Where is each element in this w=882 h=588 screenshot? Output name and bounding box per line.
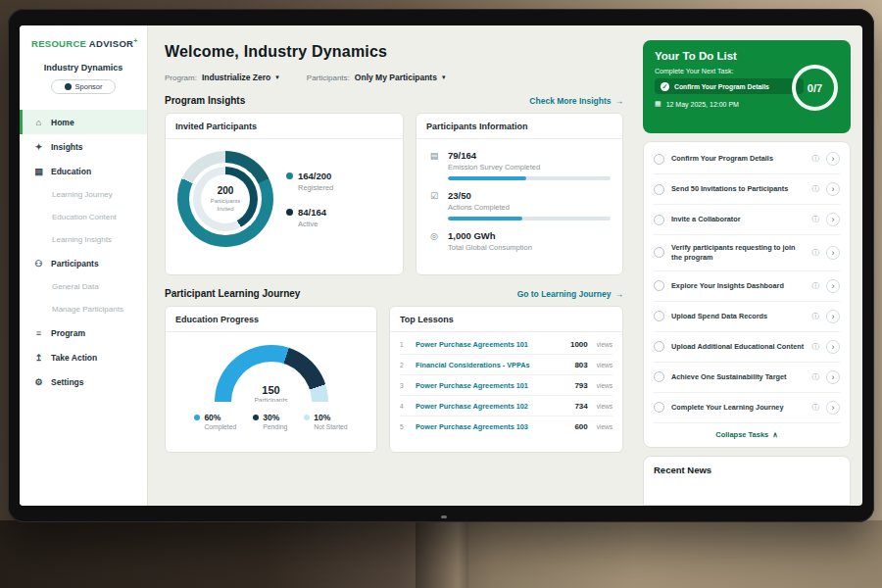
chevron-down-icon: ▾ [442,74,446,81]
task-checkbox[interactable] [654,280,664,291]
card-title: Participants Information [416,114,622,139]
sidebar-item-label: Program [51,328,85,338]
task-row-achieve-target[interactable]: Achieve One Sustainability Target ⓘ › [654,363,840,393]
task-checkbox[interactable] [654,215,664,225]
info-icon[interactable]: ⓘ [812,154,820,164]
info-icon[interactable]: ⓘ [812,281,820,291]
card-title: Education Progress [166,307,376,332]
task-row-upload-spend-data[interactable]: Upload Spend Data Records ⓘ › [654,302,840,332]
legend-dot [253,415,259,420]
task-checkbox[interactable] [654,402,664,413]
info-icon[interactable]: ⓘ [812,403,820,413]
monitor-stand [416,522,468,588]
legend-item-not-started: 10% Not Started [304,413,347,430]
sidebar-item-program[interactable]: ≡ Program [20,320,147,345]
sidebar-item-education[interactable]: ▤ Education [20,159,147,183]
next-task-pill[interactable]: ✓ Confirm Your Program Details [655,78,804,94]
task-row-invite-collaborator[interactable]: Invite a Collaborator ⓘ › [654,205,840,235]
sidebar-item-label: Manage Participants [52,305,123,314]
check-more-insights-link[interactable]: Check More Insights → [529,96,623,106]
power-led [441,515,447,518]
info-icon[interactable]: ⓘ [812,372,820,382]
education-gauge-chart: 150 Participants [215,345,328,402]
home-icon: ⌂ [33,118,44,127]
sidebar-item-participants[interactable]: ⚇ Participants [20,251,147,275]
info-icon[interactable]: ⓘ [812,312,820,321]
program-insights-header: Program Insights Check More Insights → [165,95,623,106]
info-icon[interactable]: ⓘ [812,184,820,194]
lesson-link[interactable]: Power Purchase Agreements 103 [416,422,568,431]
task-checkbox[interactable] [654,311,664,321]
legend-item-active: 84/164 Active [286,207,333,228]
lesson-row: 1 Power Purchase Agreements 101 1000 vie… [400,334,612,355]
insights-icon: ✦ [33,142,44,152]
emission-progress-bar [448,176,611,180]
sidebar-item-label: Take Action [51,353,97,363]
invited-participants-card: Invited Participants 200 Participants In… [165,113,404,275]
program-filter-label: Program: [165,74,197,82]
sidebar-item-label: Learning Journey [52,190,113,199]
info-icon[interactable]: ⓘ [812,215,820,224]
sidebar: RESOURCE ADVISOR+ Industry Dynamics Spon… [20,25,148,506]
task-checkbox[interactable] [654,154,664,165]
chevron-right-icon[interactable]: › [826,182,840,196]
todo-panel: Your To Do List Complete Your Next Task:… [635,25,862,506]
sidebar-item-label: Settings [51,377,84,387]
lesson-link[interactable]: Financial Considerations - VPPAs [416,361,568,369]
monitor: RESOURCE ADVISOR+ Industry Dynamics Spon… [8,9,874,522]
chevron-right-icon[interactable]: › [826,213,840,226]
participants-filter-value: Only My Participants [355,73,437,82]
task-row-complete-learning-journey[interactable]: Complete Your Learning Journey ⓘ › [654,393,840,423]
info-icon[interactable]: ⓘ [812,248,820,258]
task-row-verify-participants[interactable]: Verify participants requesting to join t… [654,235,840,271]
sidebar-item-learning-insights[interactable]: Learning Insights [20,228,147,251]
task-row-explore-insights[interactable]: Explore Your Insights Dashboard ⓘ › [654,271,840,302]
chevron-right-icon[interactable]: › [826,370,840,384]
collapse-tasks-button[interactable]: Collapse Tasks ∧ [654,423,840,445]
calendar-icon: ▦ [655,100,662,108]
card-title: Top Lessons [390,307,622,332]
task-row-confirm-program[interactable]: Confirm Your Program Details ⓘ › [654,144,840,174]
lesson-row: 3 Power Purchase Agreements 101 793 view… [400,375,612,396]
task-checkbox[interactable] [654,184,664,195]
go-to-learning-journey-link[interactable]: Go to Learning Journey → [517,289,623,299]
task-checkbox[interactable] [654,341,664,352]
lesson-link[interactable]: Power Purchase Agreements 101 [416,340,564,349]
sidebar-item-learning-journey[interactable]: Learning Journey [20,183,147,206]
program-icon: ≡ [33,328,44,338]
sidebar-item-label: Education Content [52,213,117,221]
chevron-right-icon[interactable]: › [826,401,840,415]
task-row-send-invitations[interactable]: Send 50 Invitations to Participants ⓘ › [654,174,840,205]
education-legend: 60% Completed 30% Pending 10% [194,413,347,430]
sponsor-icon [65,83,72,90]
chevron-right-icon[interactable]: › [826,340,840,354]
program-filter[interactable]: Program: Industrialize Zero ▾ [165,73,279,82]
lesson-link[interactable]: Power Purchase Agreements 101 [416,381,568,390]
sponsor-label: Sponsor [75,82,103,91]
task-checkbox[interactable] [654,247,664,258]
lesson-link[interactable]: Power Purchase Agreements 102 [416,402,568,411]
sidebar-item-home[interactable]: ⌂ Home [20,110,147,134]
sidebar-item-settings[interactable]: ⚙ Settings [20,369,147,394]
arrow-right-icon: → [615,96,624,106]
legend-item-pending: 30% Pending [253,413,287,430]
chevron-right-icon[interactable]: › [826,310,840,323]
filter-bar: Program: Industrialize Zero ▾ Participan… [165,73,623,82]
sidebar-item-manage-participants[interactable]: Manage Participants [20,298,147,320]
chevron-right-icon[interactable]: › [826,279,840,293]
check-icon: ✓ [661,82,669,91]
participants-filter[interactable]: Participants: Only My Participants ▾ [307,73,446,82]
sidebar-item-general-data[interactable]: General Data [20,275,147,298]
sidebar-item-insights[interactable]: ✦ Insights [20,134,147,159]
info-icon[interactable]: ⓘ [812,342,820,352]
chevron-right-icon[interactable]: › [826,246,840,260]
sidebar-item-label: General Data [52,282,99,291]
lesson-row: 2 Financial Considerations - VPPAs 803 v… [400,355,612,375]
sidebar-item-take-action[interactable]: ↥ Take Action [20,345,147,369]
task-row-upload-educational-content[interactable]: Upload Additional Educational Content ⓘ … [654,332,840,363]
section-title: Program Insights [165,95,245,106]
task-checkbox[interactable] [654,371,664,382]
sidebar-item-education-content[interactable]: Education Content [20,206,147,228]
chevron-right-icon[interactable]: › [826,152,840,166]
learning-journey-header: Participant Learning Journey Go to Learn… [165,288,623,299]
